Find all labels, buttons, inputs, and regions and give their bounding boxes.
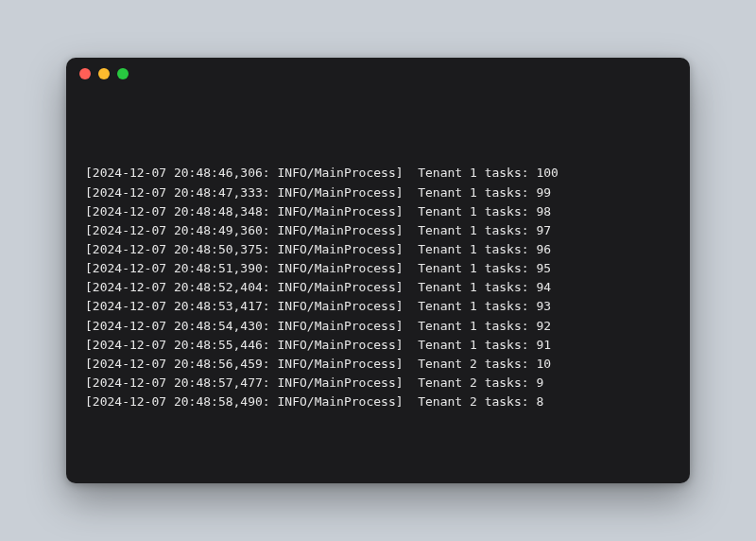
log-line: [2024-12-07 20:48:47,333: INFO/MainProce…	[85, 183, 671, 202]
log-line: [2024-12-07 20:48:48,348: INFO/MainProce…	[85, 202, 671, 221]
log-line: [2024-12-07 20:48:50,375: INFO/MainProce…	[85, 240, 671, 259]
log-line: [2024-12-07 20:48:51,390: INFO/MainProce…	[85, 259, 671, 278]
close-icon[interactable]	[79, 68, 91, 79]
log-line: [2024-12-07 20:48:57,477: INFO/MainProce…	[85, 374, 671, 393]
log-line: [2024-12-07 20:48:56,459: INFO/MainProce…	[85, 355, 671, 374]
log-line: [2024-12-07 20:48:46,306: INFO/MainProce…	[85, 164, 671, 183]
log-line: [2024-12-07 20:48:55,446: INFO/MainProce…	[85, 336, 671, 355]
stage: [2024-12-07 20:48:46,306: INFO/MainProce…	[0, 0, 756, 541]
title-bar	[66, 58, 690, 90]
minimize-icon[interactable]	[98, 68, 110, 79]
log-line: [2024-12-07 20:48:49,360: INFO/MainProce…	[85, 221, 671, 240]
terminal-window: [2024-12-07 20:48:46,306: INFO/MainProce…	[66, 58, 690, 483]
zoom-icon[interactable]	[117, 68, 129, 79]
terminal-body: [2024-12-07 20:48:46,306: INFO/MainProce…	[66, 90, 690, 483]
log-line: [2024-12-07 20:48:52,404: INFO/MainProce…	[85, 278, 671, 297]
log-line: [2024-12-07 20:48:54,430: INFO/MainProce…	[85, 317, 671, 336]
log-line: [2024-12-07 20:48:58,490: INFO/MainProce…	[85, 393, 671, 411]
log-line: [2024-12-07 20:48:53,417: INFO/MainProce…	[85, 297, 671, 316]
